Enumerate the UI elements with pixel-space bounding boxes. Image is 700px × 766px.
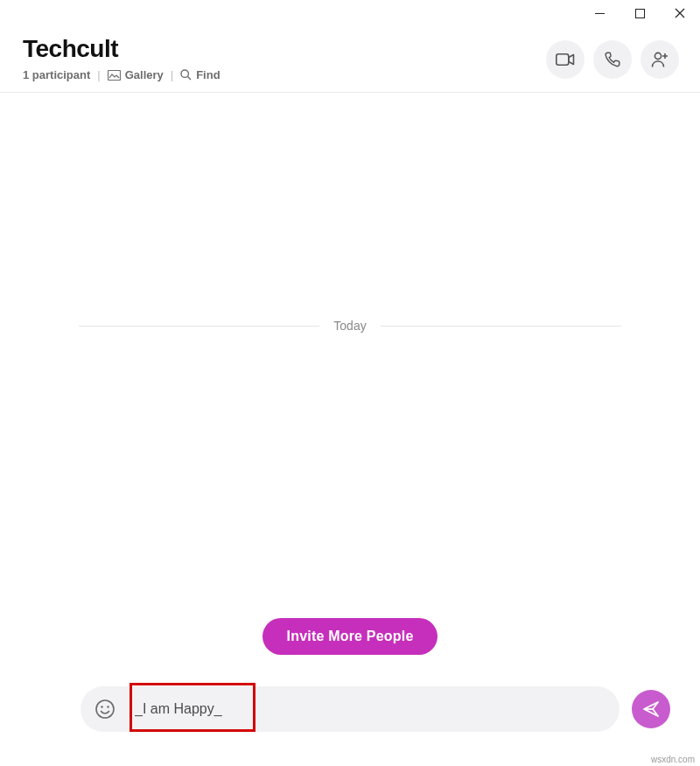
date-divider-label: Today xyxy=(319,319,380,333)
date-divider: Today xyxy=(79,319,621,333)
chat-subrow: 1 participant | Gallery | Find xyxy=(23,68,220,81)
divider-line xyxy=(381,326,621,327)
svg-rect-3 xyxy=(556,54,569,65)
window-maximize-button[interactable] xyxy=(620,2,660,25)
chat-title: Techcult xyxy=(23,35,220,63)
invite-row: Invite More People xyxy=(0,618,700,671)
svg-point-7 xyxy=(107,706,108,707)
smiley-icon xyxy=(94,699,116,720)
chat-area: Today Invite More People xyxy=(0,93,700,671)
message-input[interactable] xyxy=(122,701,607,717)
window-titlebar xyxy=(0,0,700,25)
audio-call-button[interactable] xyxy=(593,40,632,79)
find-link[interactable]: Find xyxy=(180,68,220,81)
chat-title-block: Techcult 1 participant | Gallery | Find xyxy=(23,35,220,81)
svg-point-5 xyxy=(96,700,114,718)
gallery-label: Gallery xyxy=(125,68,164,81)
message-input-container xyxy=(80,686,620,732)
participants-label[interactable]: 1 participant xyxy=(23,68,90,81)
svg-rect-1 xyxy=(108,70,120,80)
find-label: Find xyxy=(196,68,220,81)
search-icon xyxy=(180,69,192,81)
separator: | xyxy=(171,68,173,81)
chat-header: Techcult 1 participant | Gallery | Find xyxy=(0,25,700,93)
close-icon xyxy=(675,8,685,18)
watermark: wsxdn.com xyxy=(651,755,695,764)
divider-line xyxy=(79,326,319,327)
phone-icon xyxy=(604,51,621,68)
window-minimize-button[interactable] xyxy=(579,2,620,25)
svg-point-4 xyxy=(654,53,661,59)
header-actions xyxy=(546,35,679,79)
video-call-button[interactable] xyxy=(546,40,584,79)
message-composer xyxy=(0,671,700,751)
gallery-link[interactable]: Gallery xyxy=(108,68,164,81)
add-participant-button[interactable] xyxy=(640,40,679,79)
svg-point-6 xyxy=(101,706,102,707)
add-person-icon xyxy=(650,51,669,68)
maximize-icon xyxy=(635,9,645,18)
separator: | xyxy=(97,68,100,81)
video-icon xyxy=(556,53,575,67)
minimize-icon xyxy=(595,9,605,18)
emoji-button[interactable] xyxy=(88,692,122,727)
send-icon xyxy=(642,700,660,718)
window-close-button[interactable] xyxy=(660,2,700,25)
gallery-icon xyxy=(108,70,121,81)
svg-rect-0 xyxy=(635,9,644,18)
invite-more-people-button[interactable]: Invite More People xyxy=(262,618,438,655)
send-button[interactable] xyxy=(632,690,670,728)
svg-point-2 xyxy=(181,70,188,77)
